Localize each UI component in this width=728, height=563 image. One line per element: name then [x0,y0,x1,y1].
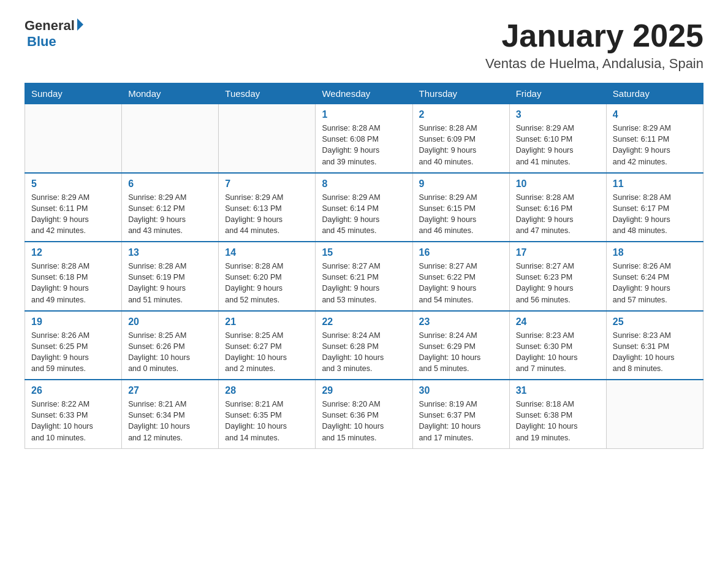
calendar-cell: 25Sunrise: 8:23 AMSunset: 6:31 PMDayligh… [606,311,703,380]
day-number: 9 [419,178,503,190]
day-info: Sunrise: 8:28 AMSunset: 6:09 PMDaylight:… [419,124,477,166]
calendar-cell: 26Sunrise: 8:22 AMSunset: 6:33 PMDayligh… [25,380,122,448]
day-number: 26 [31,385,115,396]
day-info: Sunrise: 8:27 AMSunset: 6:21 PMDaylight:… [322,262,380,304]
day-number: 4 [613,109,697,120]
day-info: Sunrise: 8:28 AMSunset: 6:19 PMDaylight:… [128,262,186,304]
day-info: Sunrise: 8:26 AMSunset: 6:25 PMDaylight:… [31,331,89,373]
page-header: General Blue January 2025 Ventas de Huel… [25,18,703,72]
calendar-cell [219,104,316,173]
calendar-body: 1Sunrise: 8:28 AMSunset: 6:08 PMDaylight… [25,104,703,449]
day-number: 18 [613,247,697,258]
calendar-header-row: SundayMondayTuesdayWednesdayThursdayFrid… [25,83,703,104]
day-number: 3 [516,109,600,120]
title-block: January 2025 Ventas de Huelma, Andalusia… [485,18,703,72]
day-info: Sunrise: 8:29 AMSunset: 6:11 PMDaylight:… [613,124,671,166]
day-number: 19 [31,316,115,327]
day-info: Sunrise: 8:24 AMSunset: 6:28 PMDaylight:… [322,331,384,373]
day-info: Sunrise: 8:28 AMSunset: 6:08 PMDaylight:… [322,124,380,166]
day-info: Sunrise: 8:27 AMSunset: 6:22 PMDaylight:… [419,262,477,304]
header-day-sunday: Sunday [25,83,122,104]
day-number: 1 [322,109,406,120]
day-number: 29 [322,385,406,396]
calendar-table: SundayMondayTuesdayWednesdayThursdayFrid… [25,83,703,449]
calendar-cell [606,380,703,448]
header-day-friday: Friday [509,83,606,104]
day-info: Sunrise: 8:28 AMSunset: 6:20 PMDaylight:… [225,262,283,304]
calendar-cell: 16Sunrise: 8:27 AMSunset: 6:22 PMDayligh… [412,242,509,311]
calendar-cell: 9Sunrise: 8:29 AMSunset: 6:15 PMDaylight… [412,173,509,242]
day-number: 12 [31,247,115,258]
day-info: Sunrise: 8:28 AMSunset: 6:18 PMDaylight:… [31,262,89,304]
calendar-cell: 5Sunrise: 8:29 AMSunset: 6:11 PMDaylight… [25,173,122,242]
day-info: Sunrise: 8:29 AMSunset: 6:15 PMDaylight:… [419,193,477,235]
day-info: Sunrise: 8:23 AMSunset: 6:30 PMDaylight:… [516,331,578,373]
calendar-week-0: 1Sunrise: 8:28 AMSunset: 6:08 PMDaylight… [25,104,703,173]
day-number: 5 [31,178,115,190]
day-info: Sunrise: 8:29 AMSunset: 6:10 PMDaylight:… [516,124,574,166]
day-info: Sunrise: 8:29 AMSunset: 6:14 PMDaylight:… [322,193,380,235]
day-number: 10 [516,178,600,190]
calendar-cell: 18Sunrise: 8:26 AMSunset: 6:24 PMDayligh… [606,242,703,311]
day-number: 6 [128,178,212,190]
day-number: 25 [613,316,697,327]
calendar-cell: 30Sunrise: 8:19 AMSunset: 6:37 PMDayligh… [412,380,509,448]
calendar-week-1: 5Sunrise: 8:29 AMSunset: 6:11 PMDaylight… [25,173,703,242]
day-info: Sunrise: 8:21 AMSunset: 6:35 PMDaylight:… [225,400,287,442]
day-number: 11 [613,178,697,190]
calendar-cell: 17Sunrise: 8:27 AMSunset: 6:23 PMDayligh… [509,242,606,311]
day-number: 15 [322,247,406,258]
day-info: Sunrise: 8:25 AMSunset: 6:27 PMDaylight:… [225,331,287,373]
day-number: 2 [419,109,503,120]
calendar-week-4: 26Sunrise: 8:22 AMSunset: 6:33 PMDayligh… [25,380,703,448]
day-number: 17 [516,247,600,258]
day-info: Sunrise: 8:29 AMSunset: 6:11 PMDaylight:… [31,193,89,235]
subtitle: Ventas de Huelma, Andalusia, Spain [485,56,703,72]
calendar-cell: 15Sunrise: 8:27 AMSunset: 6:21 PMDayligh… [316,242,412,311]
logo-arrow-icon [77,18,83,31]
day-info: Sunrise: 8:19 AMSunset: 6:37 PMDaylight:… [419,400,481,442]
day-info: Sunrise: 8:23 AMSunset: 6:31 PMDaylight:… [613,331,675,373]
calendar-cell: 1Sunrise: 8:28 AMSunset: 6:08 PMDaylight… [316,104,412,173]
calendar-cell: 6Sunrise: 8:29 AMSunset: 6:12 PMDaylight… [122,173,219,242]
day-info: Sunrise: 8:22 AMSunset: 6:33 PMDaylight:… [31,400,93,442]
calendar-cell: 7Sunrise: 8:29 AMSunset: 6:13 PMDaylight… [219,173,316,242]
calendar-cell: 27Sunrise: 8:21 AMSunset: 6:34 PMDayligh… [122,380,219,448]
day-info: Sunrise: 8:28 AMSunset: 6:17 PMDaylight:… [613,193,671,235]
main-title: January 2025 [485,18,703,53]
day-number: 23 [419,316,503,327]
calendar-cell: 23Sunrise: 8:24 AMSunset: 6:29 PMDayligh… [412,311,509,380]
day-number: 27 [128,385,212,396]
day-info: Sunrise: 8:26 AMSunset: 6:24 PMDaylight:… [613,262,671,304]
calendar-cell: 20Sunrise: 8:25 AMSunset: 6:26 PMDayligh… [122,311,219,380]
day-info: Sunrise: 8:27 AMSunset: 6:23 PMDaylight:… [516,262,574,304]
day-number: 24 [516,316,600,327]
day-info: Sunrise: 8:24 AMSunset: 6:29 PMDaylight:… [419,331,481,373]
day-number: 7 [225,178,309,190]
calendar-cell: 24Sunrise: 8:23 AMSunset: 6:30 PMDayligh… [509,311,606,380]
day-info: Sunrise: 8:21 AMSunset: 6:34 PMDaylight:… [128,400,190,442]
calendar-week-2: 12Sunrise: 8:28 AMSunset: 6:18 PMDayligh… [25,242,703,311]
calendar-week-3: 19Sunrise: 8:26 AMSunset: 6:25 PMDayligh… [25,311,703,380]
day-info: Sunrise: 8:29 AMSunset: 6:12 PMDaylight:… [128,193,186,235]
calendar-cell: 22Sunrise: 8:24 AMSunset: 6:28 PMDayligh… [316,311,412,380]
calendar-cell: 13Sunrise: 8:28 AMSunset: 6:19 PMDayligh… [122,242,219,311]
day-info: Sunrise: 8:29 AMSunset: 6:13 PMDaylight:… [225,193,283,235]
calendar-cell: 4Sunrise: 8:29 AMSunset: 6:11 PMDaylight… [606,104,703,173]
header-day-monday: Monday [122,83,219,104]
day-number: 16 [419,247,503,258]
logo: General Blue [25,18,83,49]
day-number: 30 [419,385,503,396]
calendar-cell: 12Sunrise: 8:28 AMSunset: 6:18 PMDayligh… [25,242,122,311]
header-day-tuesday: Tuesday [219,83,316,104]
day-number: 20 [128,316,212,327]
header-day-thursday: Thursday [412,83,509,104]
calendar-cell: 10Sunrise: 8:28 AMSunset: 6:16 PMDayligh… [509,173,606,242]
day-info: Sunrise: 8:28 AMSunset: 6:16 PMDaylight:… [516,193,574,235]
day-info: Sunrise: 8:18 AMSunset: 6:38 PMDaylight:… [516,400,578,442]
calendar-header: SundayMondayTuesdayWednesdayThursdayFrid… [25,83,703,104]
calendar-cell: 19Sunrise: 8:26 AMSunset: 6:25 PMDayligh… [25,311,122,380]
calendar-cell: 28Sunrise: 8:21 AMSunset: 6:35 PMDayligh… [219,380,316,448]
day-number: 22 [322,316,406,327]
calendar-cell: 14Sunrise: 8:28 AMSunset: 6:20 PMDayligh… [219,242,316,311]
